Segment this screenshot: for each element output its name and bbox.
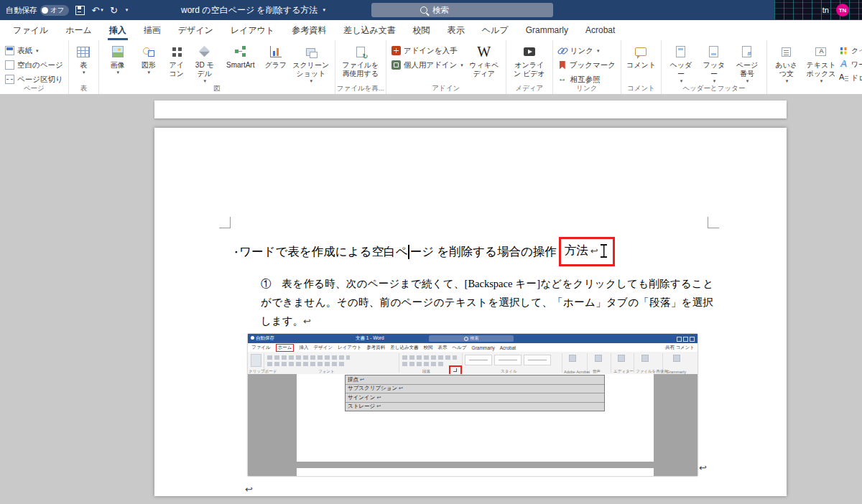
tab-insert[interactable]: 挿入 <box>101 20 135 40</box>
chevron-down-icon: ▾ <box>680 78 683 84</box>
chevron-down-icon: ▾ <box>786 78 789 84</box>
mini-reuse-button <box>636 355 654 362</box>
search-box[interactable]: 検索 <box>371 3 553 17</box>
icons-icon <box>171 46 182 57</box>
comment-button[interactable]: コメント <box>624 42 658 70</box>
document-title[interactable]: word の空白ページ を削除する方法 ▾ <box>181 0 325 20</box>
document-page[interactable]: ▪ ワードで表を作成による空白ペ ージ を削除する場合の操作 方法 ↩ ① 表を… <box>154 128 787 496</box>
quick-parts-button[interactable]: クイック パーツ▾ <box>839 44 862 57</box>
step-paragraph[interactable]: ① 表を作る時、次のページまで続くて、[Backspace キー]などをクリック… <box>261 274 713 331</box>
tab-references[interactable]: 参考資料 <box>283 20 335 40</box>
document-canvas[interactable]: ▪ ワードで表を作成による空白ペ ージ を削除する場合の操作 方法 ↩ ① 表を… <box>0 95 862 504</box>
heading-text-pre: ワードで表を作成による空白ペ <box>239 244 407 260</box>
table-button[interactable]: 表 ▾ <box>72 42 96 75</box>
mini-group-label: エディター <box>613 369 634 374</box>
qat-customize-icon[interactable]: ▾ <box>126 7 129 13</box>
chevron-down-icon: ▾ <box>36 48 39 54</box>
word-window: 自動保存 オフ ↶▾ ↻ ▾ word の空白ページ を削除する方法 ▾ 検索 … <box>0 0 862 504</box>
mini-separator <box>562 353 562 373</box>
addin-store-icon <box>391 46 401 55</box>
tab-view[interactable]: 表示 <box>439 20 473 40</box>
tab-file[interactable]: ファイル <box>4 20 57 40</box>
chevron-down-icon: ▾ <box>746 78 749 84</box>
ribbon-group-illustrations: 画像▾ 図形▾ アイコン 3D モデル▾ SmartArt グラフ <box>99 40 335 94</box>
bookmark-button[interactable]: ブックマーク <box>556 58 618 72</box>
group-label-pages: ページ <box>0 84 68 93</box>
tab-acrobat[interactable]: Acrobat <box>577 20 624 40</box>
embedded-screenshot-image: 自動保存 文書 1 - Word 検索 ファイル ホーム 挿入 デザイン レイア… <box>248 334 698 476</box>
footer-button[interactable]: フッター▾ <box>698 42 731 84</box>
mini-tab-row: ファイル ホーム 挿入 デザイン レイアウト 参考資料 差し込み文書 校閲 表示… <box>248 343 698 352</box>
drop-cap-button[interactable]: ドロップ キャップ▾ <box>839 71 862 85</box>
tab-help[interactable]: ヘルプ <box>473 20 517 40</box>
my-addins-button[interactable]: 個人用アドイン▾ <box>389 58 465 72</box>
tab-layout[interactable]: レイアウト <box>222 20 283 40</box>
tab-grammarly[interactable]: Grammarly <box>517 20 577 40</box>
document-heading[interactable]: ▪ ワードで表を作成による空白ペ ージ を削除する場合の操作 方法 ↩ <box>235 237 615 266</box>
icons-button[interactable]: アイコン <box>164 42 190 78</box>
bookmark-icon <box>560 61 565 70</box>
quick-parts-icon <box>839 46 848 55</box>
mini-title-bar: 自動保存 文書 1 - Word 検索 <box>248 334 698 343</box>
autosave-toggle[interactable]: 自動保存 オフ <box>6 5 69 16</box>
cover-page-button[interactable]: 表紙▾ <box>3 44 65 57</box>
wordart-button[interactable]: ワードアート▾ <box>839 57 862 71</box>
mini-group-label: フォント <box>318 369 335 374</box>
ribbon-group-comments: コメント コメント <box>621 40 662 94</box>
redo-button[interactable]: ↻ <box>110 5 118 16</box>
save-button[interactable] <box>75 6 85 15</box>
blank-page-button[interactable]: 空白のページ <box>3 58 65 72</box>
mini-group-label: スタイル <box>501 369 517 374</box>
comment-icon <box>635 47 646 56</box>
smartart-button[interactable]: SmartArt <box>220 42 261 70</box>
mini-table-row: サインイン↩ <box>346 393 604 403</box>
chevron-down-icon: ▾ <box>147 70 150 75</box>
autosave-pill[interactable]: オフ <box>40 5 69 16</box>
ribbon-group-text: あいさつ文▾ テキスト ボックス▾ クイック パーツ▾ ワードアート▾ ドロップ… <box>767 40 862 94</box>
avatar[interactable]: TN <box>836 4 849 17</box>
heading-boxed-text: 方法 <box>565 243 588 258</box>
3d-models-button[interactable]: 3D モデル▾ <box>190 42 220 84</box>
autosave-state: オフ <box>50 6 64 15</box>
text-box-button[interactable]: テキスト ボックス▾ <box>803 42 839 84</box>
table-icon <box>77 47 90 57</box>
tab-review[interactable]: 校閲 <box>404 20 439 40</box>
tab-design[interactable]: デザイン <box>170 20 222 40</box>
header-button[interactable]: ヘッダー▾ <box>664 42 698 84</box>
wikipedia-button[interactable]: W ウィキペディア <box>465 42 503 78</box>
title-bar: 自動保存 オフ ↶▾ ↻ ▾ word の空白ページ を削除する方法 ▾ 検索 … <box>0 0 862 20</box>
tab-mailings[interactable]: 差し込み文書 <box>335 20 404 40</box>
chevron-down-icon: ▾ <box>713 78 716 84</box>
mini-search-icon <box>464 337 468 341</box>
chart-button[interactable]: グラフ <box>261 42 290 70</box>
greeting-button[interactable]: あいさつ文▾ <box>770 42 803 84</box>
mini-document-area: 採点↩ サブスクリプション↩ サインイン↩ ストレージ↩ <box>248 374 698 476</box>
shapes-button[interactable]: 図形▾ <box>134 42 164 75</box>
online-video-button[interactable]: オンライン ビデオ <box>509 42 550 78</box>
mini-group-label: 音声 <box>593 369 601 374</box>
undo-caret-icon: ▾ <box>101 7 103 13</box>
screenshot-button[interactable]: スクリーンショット▾ <box>290 42 332 84</box>
tab-home[interactable]: ホーム <box>57 20 101 40</box>
ribbon-tab-row: ファイル ホーム 挿入 描画 デザイン レイアウト 参考資料 差し込み文書 校閲… <box>0 20 862 40</box>
mini-style-gallery-item <box>524 355 551 365</box>
group-label-text: テキスト <box>767 84 862 93</box>
mini-grammarly-button <box>668 355 685 362</box>
link-button[interactable]: リンク▾ <box>556 44 618 57</box>
get-addins-button[interactable]: アドインを入手 <box>389 44 465 57</box>
reuse-files-button[interactable]: ファイルを再使用する <box>338 42 383 78</box>
mini-paragraph-mark: ↩ <box>376 395 381 401</box>
undo-button[interactable]: ↶▾ <box>91 5 103 16</box>
mini-selected-table: 採点↩ サブスクリプション↩ サインイン↩ ストレージ↩ <box>345 375 605 411</box>
ibeam-cursor-icon <box>601 244 607 258</box>
paragraph-mark: ↩ <box>245 484 253 495</box>
mini-group-label: ファイルを再使用 <box>636 369 668 374</box>
search-label: 検索 <box>432 5 449 16</box>
tab-draw[interactable]: 描画 <box>135 20 170 40</box>
group-label-table: 表 <box>69 84 98 93</box>
page-number-button[interactable]: ページ番号▾ <box>731 42 764 84</box>
paragraph-mark: ↩ <box>699 462 707 473</box>
mini-table-row: 採点↩ <box>346 375 604 385</box>
picture-button[interactable]: 画像▾ <box>102 42 134 75</box>
picture-icon <box>112 46 124 57</box>
